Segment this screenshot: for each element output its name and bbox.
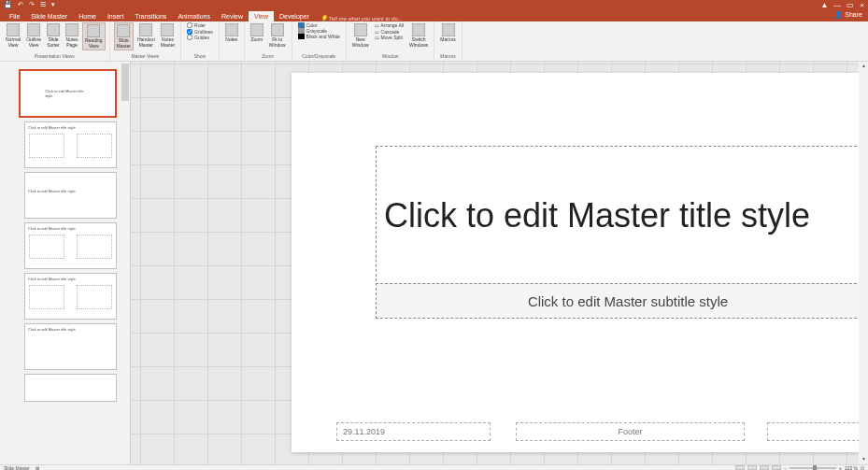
- undo-icon[interactable]: ↶: [18, 1, 23, 8]
- new-window-button[interactable]: NewWindow: [350, 22, 371, 49]
- share-button[interactable]: 👤 Share: [834, 11, 862, 19]
- thumb-title: Click to edit Master title style: [27, 188, 114, 194]
- thumb-layout-4[interactable]: Click to edit Master title style: [24, 273, 117, 320]
- zoom-out-icon[interactable]: −: [784, 465, 787, 471]
- subtitle-placeholder[interactable]: Click to edit Master subtitle style: [376, 283, 868, 319]
- scrollbar-thumb[interactable]: [121, 64, 129, 101]
- status-right: − + 123 % ⊡: [735, 465, 864, 471]
- group-show: Ruler Gridlines Guides Show: [181, 21, 220, 61]
- zoom-button[interactable]: Zoom: [249, 22, 265, 49]
- vertical-scrollbar[interactable]: ▴ ▾: [859, 62, 868, 464]
- tab-view[interactable]: View: [249, 11, 274, 21]
- reading-view-button[interactable]: ReadingView: [82, 22, 106, 50]
- share-label: Share: [845, 11, 862, 18]
- status-icon: ⊞: [36, 465, 39, 471]
- group-zoom: Zoom Fit toWindow Zoom: [245, 21, 292, 61]
- normal-view-button[interactable]: NormalView: [4, 22, 22, 50]
- group-notes: Notes: [220, 21, 245, 61]
- thumb-title: Click to edit Master title style: [27, 124, 114, 131]
- thumb-layout-3[interactable]: Click to edit Master title style: [24, 222, 117, 269]
- group-macros: Macros Macros: [434, 21, 462, 61]
- outline-view-button[interactable]: OutlineView: [24, 22, 43, 50]
- thumb-layout-5[interactable]: Click to edit Master title style: [24, 323, 117, 370]
- group-label: Master Views: [114, 53, 177, 60]
- restore-icon[interactable]: ▭: [847, 1, 854, 9]
- view-slideshow-icon[interactable]: [772, 465, 781, 470]
- scroll-down-icon[interactable]: ▾: [859, 455, 868, 464]
- group-label: Color/Grayscale: [296, 53, 342, 60]
- view-normal-icon[interactable]: [735, 465, 745, 470]
- zoom-in-icon[interactable]: +: [839, 465, 842, 471]
- scroll-up-icon[interactable]: ▴: [859, 62, 868, 71]
- group-label: Presentation Views: [4, 53, 106, 60]
- group-label: Zoom: [249, 53, 288, 60]
- handout-master-button[interactable]: HandoutMaster: [135, 22, 157, 50]
- redo-icon[interactable]: ↷: [29, 1, 35, 8]
- thumb-layout-1[interactable]: Click to edit Master title style: [24, 121, 117, 168]
- workarea: Click to edit Master title style Click t…: [0, 62, 868, 464]
- qat-dropdown-icon[interactable]: ▾: [51, 1, 55, 8]
- thumb-title: Click to edit Master title style: [27, 326, 114, 333]
- switch-windows-button[interactable]: SwitchWindows: [407, 22, 430, 49]
- titlebar: 💾 ↶ ↷ ☰ ▾ ▲ — ▭ ×: [0, 0, 868, 9]
- tab-insert[interactable]: Insert: [102, 11, 130, 21]
- bw-button[interactable]: Black and White: [296, 34, 342, 39]
- view-reading-icon[interactable]: [760, 465, 769, 470]
- tab-animations[interactable]: Animations: [172, 11, 216, 21]
- footer-placeholder[interactable]: Footer: [516, 422, 745, 441]
- slide-canvas[interactable]: Click to edit Master title style Click t…: [292, 73, 868, 452]
- thumb-title: Click to edit Master title style: [44, 88, 92, 99]
- group-label: Window: [350, 53, 431, 60]
- group-master-views: SlideMaster HandoutMaster NotesMaster Ma…: [110, 21, 181, 61]
- tell-me-input[interactable]: Tell me what you want to do...: [320, 15, 403, 21]
- tab-developer[interactable]: Developer: [274, 11, 315, 21]
- ribbon-toggle-icon[interactable]: ▲: [820, 1, 828, 9]
- slide-number-placeholder[interactable]: ‹#›: [767, 422, 868, 441]
- thumb-scrollbar[interactable]: [121, 62, 130, 464]
- group-presentation-views: NormalView OutlineView SlideSorter Notes…: [0, 21, 110, 61]
- tab-slide-master[interactable]: Slide Master: [25, 11, 73, 21]
- group-window: NewWindow ▭ Arrange All ▭ Cascade ▭ Move…: [347, 21, 435, 61]
- touch-icon[interactable]: ☰: [40, 1, 46, 8]
- tab-file[interactable]: File: [4, 11, 25, 21]
- zoom-slider[interactable]: [790, 467, 836, 469]
- edit-pane: Click to edit Master title style Click t…: [131, 62, 868, 464]
- thumb-master[interactable]: Click to edit Master title style: [19, 69, 117, 118]
- notes-page-button[interactable]: NotesPage: [64, 22, 80, 50]
- thumb-layout-2[interactable]: Click to edit Master title style: [24, 172, 117, 219]
- thumb-title: Click to edit Master title style: [27, 225, 114, 232]
- tab-home[interactable]: Home: [73, 11, 102, 21]
- tab-review[interactable]: Review: [216, 11, 249, 21]
- group-color: Color Grayscale Black and White Color/Gr…: [292, 21, 347, 61]
- status-left: Slide Master ⊞: [4, 465, 39, 471]
- thumbnail-pane[interactable]: Click to edit Master title style Click t…: [0, 62, 131, 464]
- title-text: Click to edit Master title style: [384, 196, 810, 235]
- view-sorter-icon[interactable]: [747, 465, 757, 470]
- notes-button[interactable]: Notes: [223, 22, 240, 44]
- fit-screen-icon[interactable]: ⊡: [861, 465, 864, 471]
- tab-transitions[interactable]: Transitions: [129, 11, 172, 21]
- ribbon: NormalView OutlineView SlideSorter Notes…: [0, 21, 868, 62]
- slide-master-button[interactable]: SlideMaster: [114, 22, 134, 50]
- subtitle-text: Click to edit Master subtitle style: [528, 293, 728, 309]
- minimize-icon[interactable]: —: [833, 1, 841, 9]
- fit-window-button[interactable]: Fit toWindow: [267, 22, 288, 49]
- group-label: Show: [185, 53, 215, 60]
- save-icon[interactable]: 💾: [4, 1, 12, 8]
- statusbar: Slide Master ⊞ − + 123 % ⊡: [0, 464, 868, 470]
- slide-sorter-button[interactable]: SlideSorter: [45, 22, 62, 50]
- thumb-title: Click to edit Master title style: [27, 276, 114, 282]
- macros-button[interactable]: Macros: [438, 22, 457, 44]
- title-placeholder[interactable]: Click to edit Master title style: [376, 146, 868, 286]
- thumb-layout-6[interactable]: [24, 374, 117, 402]
- zoom-level[interactable]: 123 %: [845, 465, 858, 471]
- move-split-button[interactable]: ▭ Move Split: [373, 35, 406, 41]
- tabbar: File Slide Master Home Insert Transition…: [0, 9, 868, 21]
- guides-checkbox[interactable]: Guides: [185, 35, 215, 41]
- notes-master-button[interactable]: NotesMaster: [159, 22, 177, 50]
- window-controls: ▲ — ▭ ×: [820, 1, 864, 9]
- date-placeholder[interactable]: 29.11.2019: [336, 422, 491, 441]
- group-label: Macros: [438, 53, 457, 60]
- qat: 💾 ↶ ↷ ☰ ▾: [4, 1, 55, 8]
- close-icon[interactable]: ×: [860, 1, 864, 9]
